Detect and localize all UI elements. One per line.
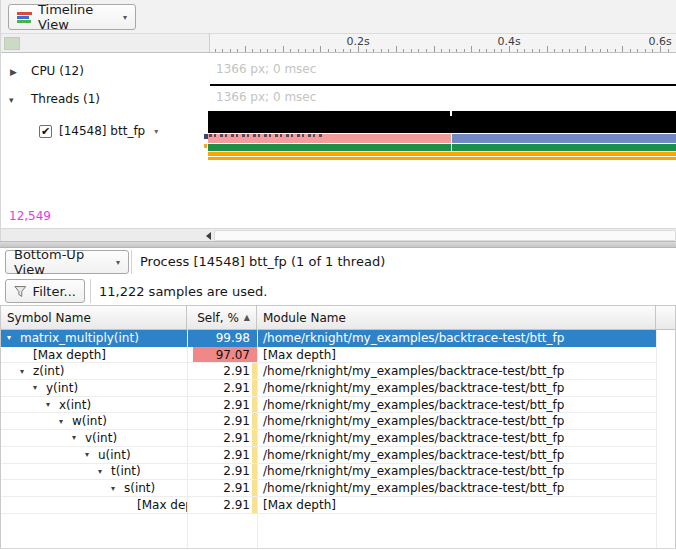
ruler-corner xyxy=(1,34,210,52)
ruler-tick xyxy=(298,49,299,52)
timeline-view-label: Timeline View xyxy=(38,2,117,32)
ruler-tick xyxy=(313,49,314,52)
ruler-tick xyxy=(524,49,525,52)
symbol-name: s(int) xyxy=(124,481,155,495)
grouping-view-selector[interactable]: Bottom-Up View ▾ xyxy=(5,250,129,274)
threads-placeholder-text: 1366 px; 0 msec xyxy=(216,90,316,104)
ruler-tick xyxy=(283,46,284,52)
grouping-view-label: Bottom-Up View xyxy=(14,247,110,277)
table-row[interactable]: ▾s(int)2.91/home/rknight/my_examples/bac… xyxy=(1,480,656,497)
white-notch[interactable] xyxy=(450,111,452,116)
ruler-tick xyxy=(486,49,487,52)
table-row[interactable]: ▾t(int)2.91/home/rknight/my_examples/bac… xyxy=(1,464,656,481)
column-divider xyxy=(257,330,258,548)
symbol-name: [Max depth] xyxy=(137,498,187,512)
module-name-cell: /home/rknight/my_examples/backtrace-test… xyxy=(257,464,656,480)
ruler-tick xyxy=(290,49,291,52)
chevron-down-icon: ▾ xyxy=(116,258,120,267)
symbol-name: t(int) xyxy=(111,464,141,478)
self-percent-value: 2.91 xyxy=(223,381,250,395)
cpu-row-label[interactable]: CPU (12) xyxy=(31,64,84,78)
table-row[interactable]: ▾y(int)2.91/home/rknight/my_examples/bac… xyxy=(1,380,656,397)
symbol-cell: ▾t(int) xyxy=(1,464,187,480)
symbol-cell: ▾v(int) xyxy=(1,430,187,446)
symbol-cell: ▾x(int) xyxy=(1,397,187,413)
module-name-cell: /home/rknight/my_examples/backtrace-test… xyxy=(257,413,656,429)
expander-icon[interactable]: ▾ xyxy=(59,417,72,426)
toolbar-separator xyxy=(90,279,91,303)
thread-label[interactable]: [14548] btt_fp xyxy=(59,124,145,138)
cpu-placeholder-text: 1366 px; 0 msec xyxy=(216,62,316,76)
module-name-cell: /home/rknight/my_examples/backtrace-test… xyxy=(257,447,656,463)
thread-activity-bar[interactable] xyxy=(208,111,676,133)
module-name-cell: /home/rknight/my_examples/backtrace-test… xyxy=(257,380,656,396)
filter-button[interactable]: Filter... xyxy=(5,279,85,303)
table-row[interactable]: ▾z(int)2.91/home/rknight/my_examples/bac… xyxy=(1,363,656,380)
green-bar-left[interactable] xyxy=(208,144,451,151)
timeline-ruler[interactable]: 0.2s0.4s0.6s xyxy=(1,33,676,53)
ruler-tick xyxy=(403,49,404,52)
expander-icon[interactable]: ▾ xyxy=(46,400,59,409)
expander-icon[interactable]: ▾ xyxy=(33,383,46,392)
table-row[interactable]: ▾v(int)2.91/home/rknight/my_examples/bac… xyxy=(1,430,656,447)
table-row[interactable]: [Max depth]2.91[Max depth] xyxy=(1,497,656,514)
column-header-self-pct[interactable]: Self, % ▲ xyxy=(187,306,257,329)
self-percent-cell: 97.07 xyxy=(187,347,257,363)
threads-expand-icon[interactable]: ▾ xyxy=(9,95,14,105)
marker-chip-orange[interactable] xyxy=(204,144,207,148)
expander-icon[interactable]: ▾ xyxy=(85,450,98,459)
ruler-tick xyxy=(215,49,216,52)
samples-used-label: 11,222 samples are used. xyxy=(99,284,267,299)
symbol-name: x(int) xyxy=(59,398,91,412)
expander-icon[interactable]: ▾ xyxy=(111,484,124,493)
bottom-up-table: Symbol Name Self, % ▲ Module Name ▾matri… xyxy=(0,305,676,549)
symbol-cell: [Max depth] xyxy=(1,497,187,513)
table-row[interactable]: ▾u(int)2.91/home/rknight/my_examples/bac… xyxy=(1,447,656,464)
timeline-toolbar: Timeline View ▾ xyxy=(1,0,676,33)
table-row[interactable]: [Max depth]97.07[Max depth] xyxy=(1,347,656,364)
expander-icon[interactable]: ▾ xyxy=(72,433,85,442)
self-percent-value: 2.91 xyxy=(223,448,250,462)
cpu-activity-line[interactable] xyxy=(210,84,676,86)
timeline-view-selector[interactable]: Timeline View ▾ xyxy=(8,4,136,30)
expander-icon[interactable]: ▾ xyxy=(98,467,111,476)
orange-bar-top[interactable] xyxy=(208,152,676,156)
symbol-cell: ▾u(int) xyxy=(1,447,187,463)
green-bar-right[interactable] xyxy=(452,144,676,151)
frame-bar-blue[interactable] xyxy=(452,134,676,143)
ruler-tick xyxy=(388,49,389,52)
ruler-tick xyxy=(637,49,638,52)
timeline-hscrollbar[interactable] xyxy=(1,228,676,241)
cpu-collapse-icon[interactable]: ▶ xyxy=(10,67,17,77)
orange-bar-bottom[interactable] xyxy=(208,157,676,161)
scrollbar-thumb[interactable] xyxy=(214,230,676,241)
symbol-name: z(int) xyxy=(33,364,64,378)
table-row[interactable]: ▾x(int)2.91/home/rknight/my_examples/bac… xyxy=(1,397,656,414)
thread-dropdown-icon[interactable]: ▾ xyxy=(154,127,158,136)
column-header-symbol-name[interactable]: Symbol Name xyxy=(1,306,187,329)
self-percent-value: 2.91 xyxy=(223,464,250,478)
thread-checkbox[interactable]: ✔ xyxy=(39,125,52,138)
ruler-tick xyxy=(569,49,570,52)
ruler-tick xyxy=(547,46,548,52)
threads-row-label[interactable]: Threads (1) xyxy=(31,92,100,106)
self-percent-cell: 2.91 xyxy=(187,397,257,413)
expander-icon[interactable]: ▾ xyxy=(7,333,20,342)
ruler-tick xyxy=(622,46,623,52)
table-row[interactable]: ▾w(int)2.91/home/rknight/my_examples/bac… xyxy=(1,413,656,430)
ruler-tick xyxy=(532,49,533,52)
ruler-range-chip[interactable] xyxy=(4,37,20,50)
self-percent-cell: 2.91 xyxy=(187,430,257,446)
ruler-tick xyxy=(335,49,336,52)
symbol-name: w(int) xyxy=(72,414,107,428)
ruler-tick xyxy=(630,49,631,52)
ruler-tick xyxy=(230,49,231,52)
expander-icon[interactable]: ▾ xyxy=(20,367,33,376)
ruler-tick xyxy=(668,49,669,52)
symbol-name: matrix_multiply(int) xyxy=(20,331,139,345)
table-row[interactable]: ▾matrix_multiply(int)99.98/home/rknight/… xyxy=(1,330,656,347)
frame-microtext xyxy=(209,134,324,137)
column-header-module-name[interactable]: Module Name xyxy=(257,306,656,329)
ruler-tick xyxy=(464,49,465,52)
toolbar-separator xyxy=(131,250,132,274)
